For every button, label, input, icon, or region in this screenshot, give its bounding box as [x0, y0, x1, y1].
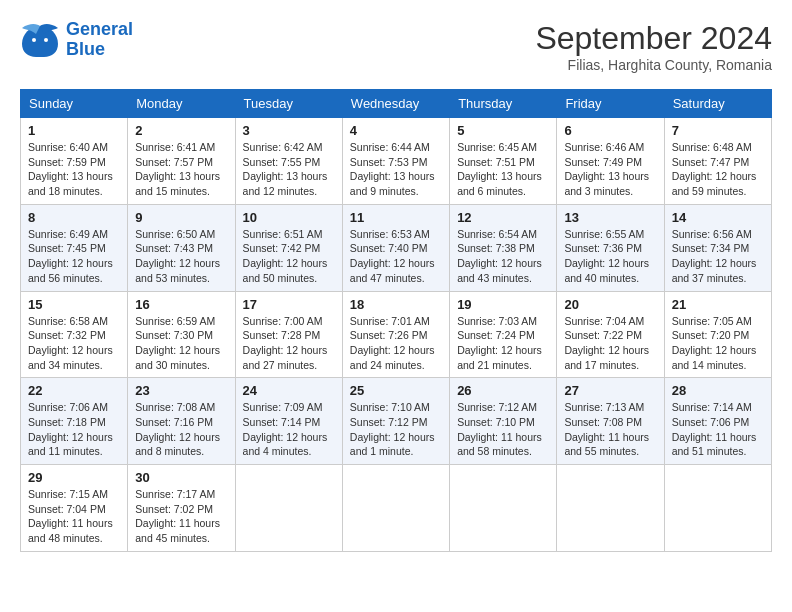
day-number: 30 [135, 470, 227, 485]
day-info: Sunrise: 7:09 AMSunset: 7:14 PMDaylight:… [243, 400, 335, 459]
logo: General Blue [20, 20, 133, 60]
day-number: 14 [672, 210, 764, 225]
day-number: 28 [672, 383, 764, 398]
column-header-monday: Monday [128, 90, 235, 118]
title-area: September 2024 Filias, Harghita County, … [535, 20, 772, 73]
day-info: Sunrise: 7:06 AMSunset: 7:18 PMDaylight:… [28, 400, 120, 459]
day-number: 2 [135, 123, 227, 138]
day-number: 9 [135, 210, 227, 225]
day-number: 24 [243, 383, 335, 398]
calendar-cell: 7Sunrise: 6:48 AMSunset: 7:47 PMDaylight… [664, 118, 771, 205]
day-info: Sunrise: 6:55 AMSunset: 7:36 PMDaylight:… [564, 227, 656, 286]
logo-text: General Blue [66, 20, 133, 60]
calendar-cell [557, 465, 664, 552]
calendar-week-3: 15Sunrise: 6:58 AMSunset: 7:32 PMDayligh… [21, 291, 772, 378]
day-info: Sunrise: 6:49 AMSunset: 7:45 PMDaylight:… [28, 227, 120, 286]
calendar-cell: 4Sunrise: 6:44 AMSunset: 7:53 PMDaylight… [342, 118, 449, 205]
column-header-friday: Friday [557, 90, 664, 118]
calendar-cell: 30Sunrise: 7:17 AMSunset: 7:02 PMDayligh… [128, 465, 235, 552]
day-info: Sunrise: 7:01 AMSunset: 7:26 PMDaylight:… [350, 314, 442, 373]
calendar-week-1: 1Sunrise: 6:40 AMSunset: 7:59 PMDaylight… [21, 118, 772, 205]
month-title: September 2024 [535, 20, 772, 57]
column-header-sunday: Sunday [21, 90, 128, 118]
calendar-week-5: 29Sunrise: 7:15 AMSunset: 7:04 PMDayligh… [21, 465, 772, 552]
calendar-cell: 25Sunrise: 7:10 AMSunset: 7:12 PMDayligh… [342, 378, 449, 465]
column-header-saturday: Saturday [664, 90, 771, 118]
column-header-tuesday: Tuesday [235, 90, 342, 118]
day-number: 5 [457, 123, 549, 138]
calendar-cell [235, 465, 342, 552]
calendar-cell: 2Sunrise: 6:41 AMSunset: 7:57 PMDaylight… [128, 118, 235, 205]
calendar-cell: 20Sunrise: 7:04 AMSunset: 7:22 PMDayligh… [557, 291, 664, 378]
calendar-cell: 21Sunrise: 7:05 AMSunset: 7:20 PMDayligh… [664, 291, 771, 378]
day-info: Sunrise: 7:10 AMSunset: 7:12 PMDaylight:… [350, 400, 442, 459]
day-info: Sunrise: 6:58 AMSunset: 7:32 PMDaylight:… [28, 314, 120, 373]
day-info: Sunrise: 6:51 AMSunset: 7:42 PMDaylight:… [243, 227, 335, 286]
day-number: 25 [350, 383, 442, 398]
day-info: Sunrise: 7:14 AMSunset: 7:06 PMDaylight:… [672, 400, 764, 459]
calendar-cell: 8Sunrise: 6:49 AMSunset: 7:45 PMDaylight… [21, 204, 128, 291]
day-number: 19 [457, 297, 549, 312]
day-number: 17 [243, 297, 335, 312]
day-number: 12 [457, 210, 549, 225]
calendar-cell: 13Sunrise: 6:55 AMSunset: 7:36 PMDayligh… [557, 204, 664, 291]
day-number: 13 [564, 210, 656, 225]
column-header-thursday: Thursday [450, 90, 557, 118]
day-number: 8 [28, 210, 120, 225]
calendar-week-2: 8Sunrise: 6:49 AMSunset: 7:45 PMDaylight… [21, 204, 772, 291]
calendar-cell: 28Sunrise: 7:14 AMSunset: 7:06 PMDayligh… [664, 378, 771, 465]
day-info: Sunrise: 7:12 AMSunset: 7:10 PMDaylight:… [457, 400, 549, 459]
calendar-cell: 1Sunrise: 6:40 AMSunset: 7:59 PMDaylight… [21, 118, 128, 205]
day-info: Sunrise: 6:40 AMSunset: 7:59 PMDaylight:… [28, 140, 120, 199]
day-number: 11 [350, 210, 442, 225]
page-header: General Blue September 2024 Filias, Harg… [20, 20, 772, 73]
day-number: 23 [135, 383, 227, 398]
day-info: Sunrise: 7:03 AMSunset: 7:24 PMDaylight:… [457, 314, 549, 373]
day-info: Sunrise: 6:59 AMSunset: 7:30 PMDaylight:… [135, 314, 227, 373]
day-number: 1 [28, 123, 120, 138]
calendar-cell: 9Sunrise: 6:50 AMSunset: 7:43 PMDaylight… [128, 204, 235, 291]
day-info: Sunrise: 6:56 AMSunset: 7:34 PMDaylight:… [672, 227, 764, 286]
day-number: 3 [243, 123, 335, 138]
calendar-cell: 29Sunrise: 7:15 AMSunset: 7:04 PMDayligh… [21, 465, 128, 552]
day-number: 18 [350, 297, 442, 312]
location-subtitle: Filias, Harghita County, Romania [535, 57, 772, 73]
day-number: 16 [135, 297, 227, 312]
day-number: 29 [28, 470, 120, 485]
calendar-cell: 3Sunrise: 6:42 AMSunset: 7:55 PMDaylight… [235, 118, 342, 205]
calendar-cell: 10Sunrise: 6:51 AMSunset: 7:42 PMDayligh… [235, 204, 342, 291]
day-info: Sunrise: 7:05 AMSunset: 7:20 PMDaylight:… [672, 314, 764, 373]
day-info: Sunrise: 7:15 AMSunset: 7:04 PMDaylight:… [28, 487, 120, 546]
calendar-cell [342, 465, 449, 552]
day-info: Sunrise: 6:46 AMSunset: 7:49 PMDaylight:… [564, 140, 656, 199]
column-header-wednesday: Wednesday [342, 90, 449, 118]
day-number: 21 [672, 297, 764, 312]
calendar-cell [450, 465, 557, 552]
day-info: Sunrise: 6:44 AMSunset: 7:53 PMDaylight:… [350, 140, 442, 199]
day-info: Sunrise: 6:50 AMSunset: 7:43 PMDaylight:… [135, 227, 227, 286]
day-info: Sunrise: 7:08 AMSunset: 7:16 PMDaylight:… [135, 400, 227, 459]
day-info: Sunrise: 6:53 AMSunset: 7:40 PMDaylight:… [350, 227, 442, 286]
day-info: Sunrise: 6:42 AMSunset: 7:55 PMDaylight:… [243, 140, 335, 199]
calendar-cell: 22Sunrise: 7:06 AMSunset: 7:18 PMDayligh… [21, 378, 128, 465]
calendar-cell [664, 465, 771, 552]
calendar-cell: 18Sunrise: 7:01 AMSunset: 7:26 PMDayligh… [342, 291, 449, 378]
day-info: Sunrise: 6:41 AMSunset: 7:57 PMDaylight:… [135, 140, 227, 199]
day-number: 22 [28, 383, 120, 398]
calendar-cell: 14Sunrise: 6:56 AMSunset: 7:34 PMDayligh… [664, 204, 771, 291]
day-info: Sunrise: 7:13 AMSunset: 7:08 PMDaylight:… [564, 400, 656, 459]
day-number: 20 [564, 297, 656, 312]
calendar-cell: 15Sunrise: 6:58 AMSunset: 7:32 PMDayligh… [21, 291, 128, 378]
day-number: 4 [350, 123, 442, 138]
day-headers-row: SundayMondayTuesdayWednesdayThursdayFrid… [21, 90, 772, 118]
svg-point-0 [32, 38, 36, 42]
day-info: Sunrise: 6:48 AMSunset: 7:47 PMDaylight:… [672, 140, 764, 199]
day-number: 10 [243, 210, 335, 225]
calendar-week-4: 22Sunrise: 7:06 AMSunset: 7:18 PMDayligh… [21, 378, 772, 465]
calendar-cell: 11Sunrise: 6:53 AMSunset: 7:40 PMDayligh… [342, 204, 449, 291]
day-number: 7 [672, 123, 764, 138]
calendar-cell: 5Sunrise: 6:45 AMSunset: 7:51 PMDaylight… [450, 118, 557, 205]
calendar-cell: 24Sunrise: 7:09 AMSunset: 7:14 PMDayligh… [235, 378, 342, 465]
calendar-cell: 6Sunrise: 6:46 AMSunset: 7:49 PMDaylight… [557, 118, 664, 205]
svg-point-1 [44, 38, 48, 42]
